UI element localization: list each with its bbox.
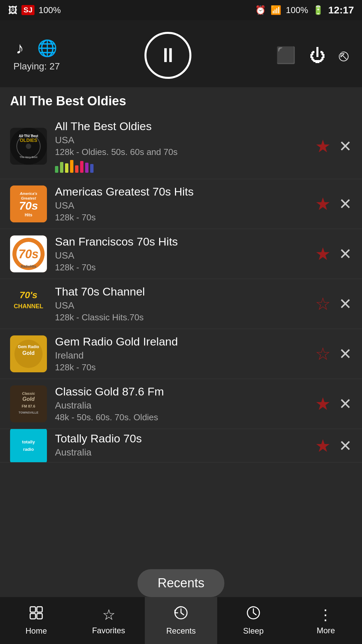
- svg-rect-31: [30, 607, 36, 612]
- share-icon[interactable]: ⎋: [339, 46, 349, 65]
- nav-recents[interactable]: Recents: [145, 597, 217, 644]
- nav-more[interactable]: ⋮ More: [290, 597, 362, 644]
- battery-percent: 100%: [286, 5, 308, 15]
- station-info: All The Best Oldies USA 128k - Oldies. 5…: [47, 120, 315, 173]
- home-icon: [29, 605, 44, 624]
- svg-text:Gold: Gold: [22, 396, 35, 402]
- svg-text:70's: 70's: [19, 290, 37, 300]
- app-icon: SJ: [21, 5, 35, 15]
- station-logo: Gem Radio Gold: [10, 335, 47, 372]
- nav-home[interactable]: Home: [0, 597, 72, 644]
- svg-text:totally: totally: [22, 439, 35, 444]
- svg-text:RadioHits: RadioHits: [21, 265, 37, 268]
- station-name: Gem Radio Gold Ireland: [55, 335, 307, 348]
- svg-text:OLDIES: OLDIES: [20, 138, 37, 143]
- station-info: San Franciscos 70s Hits USA 128k - 70s: [47, 235, 315, 273]
- station-info: Classic Gold 87.6 Fm Australia 48k - 50s…: [47, 385, 315, 423]
- station-logo: All The Best OLDIES The Very Best: [10, 128, 47, 165]
- station-country: Australia: [55, 400, 307, 411]
- station-name: Totally Radio 70s: [55, 432, 307, 445]
- station-name: That 70s Channel: [55, 285, 307, 298]
- station-item[interactable]: America's Greatest 70s Hits Americas Gre…: [0, 179, 362, 229]
- sleep-icon: [246, 605, 261, 624]
- stop-icon[interactable]: ⬛: [276, 46, 296, 65]
- globe-icon[interactable]: 🌐: [37, 39, 57, 58]
- player-header: ♪ 🌐 Playing: 27 ⏸ ⬛ ⏻ ⎋: [0, 20, 362, 87]
- favorite-button[interactable]: ☆: [315, 294, 331, 314]
- svg-text:Gold: Gold: [22, 350, 35, 356]
- pause-button[interactable]: ⏸: [144, 32, 191, 79]
- remove-button[interactable]: ✕: [339, 395, 352, 413]
- station-count: 100%: [39, 5, 61, 15]
- station-bitrate: 128k - Oldies. 50s. 60s and 70s: [55, 147, 307, 157]
- station-name: Americas Greatest 70s Hits: [55, 185, 307, 198]
- music-icon[interactable]: ♪: [16, 39, 24, 58]
- favorite-button[interactable]: ★: [315, 136, 331, 156]
- svg-text:America's: America's: [19, 192, 37, 196]
- station-logo: totally radio: [10, 429, 47, 463]
- station-name: San Franciscos 70s Hits: [55, 235, 307, 248]
- favorite-button[interactable]: ★: [315, 394, 331, 414]
- station-name: Classic Gold 87.6 Fm: [55, 385, 307, 398]
- svg-rect-28: [10, 429, 47, 463]
- remove-button[interactable]: ✕: [339, 295, 352, 313]
- favorite-button[interactable]: ☆: [315, 344, 331, 364]
- sleep-label: Sleep: [243, 626, 263, 636]
- station-bitrate: 48k - 50s. 60s. 70s. Oldies: [55, 412, 307, 423]
- nav-favorites[interactable]: ☆ Favorites: [72, 597, 145, 644]
- pause-icon: ⏸: [158, 45, 178, 65]
- remove-button[interactable]: ✕: [339, 345, 352, 363]
- station-item[interactable]: Gem Radio Gold Gem Radio Gold Ireland Ir…: [0, 329, 362, 379]
- home-label: Home: [25, 626, 47, 636]
- status-right: ⏰ 📶 100% 🔋 12:17: [255, 4, 354, 16]
- station-country: Ireland: [55, 350, 307, 361]
- station-logo: America's Greatest 70s Hits: [10, 185, 47, 222]
- bottom-nav: Home ☆ Favorites Recents Sleep ⋮ More: [0, 597, 362, 644]
- favorite-button[interactable]: ★: [315, 194, 331, 214]
- more-label: More: [317, 626, 335, 635]
- station-item[interactable]: totally radio Totally Radio 70s Australi…: [0, 429, 362, 463]
- favorites-icon: ☆: [102, 606, 115, 623]
- station-bitrate: 128k - Classic Hits.70s: [55, 312, 307, 323]
- station-item[interactable]: Classic Gold FM 87.6 TOWNSVILLE Classic …: [0, 379, 362, 429]
- player-right-controls: ⬛ ⏻ ⎋: [276, 46, 349, 65]
- svg-text:70s: 70s: [19, 199, 38, 212]
- recents-tooltip: Recents: [137, 569, 224, 597]
- station-info: Gem Radio Gold Ireland Ireland 128k - 70…: [47, 335, 315, 373]
- favorite-button[interactable]: ★: [315, 436, 331, 456]
- photo-icon: 🖼: [8, 5, 17, 16]
- station-country: USA: [55, 250, 307, 261]
- playing-label: Playing: 27: [13, 61, 60, 72]
- station-actions: ★ ✕: [315, 394, 352, 414]
- favorite-button[interactable]: ★: [315, 244, 331, 264]
- station-item[interactable]: 70s RadioHits San Franciscos 70s Hits US…: [0, 229, 362, 279]
- station-name: All The Best Oldies: [55, 120, 307, 133]
- nav-sleep[interactable]: Sleep: [217, 597, 290, 644]
- player-left-controls: ♪ 🌐 Playing: 27: [13, 39, 60, 72]
- station-bitrate: 128k - 70s: [55, 362, 307, 373]
- station-actions: ★ ✕: [315, 244, 352, 264]
- station-country: USA: [55, 200, 307, 211]
- svg-text:TOWNSVILLE: TOWNSVILLE: [19, 411, 39, 414]
- station-info: Totally Radio 70s Australia: [47, 432, 315, 459]
- station-logo: 70's CHANNEL: [10, 285, 47, 322]
- remove-button[interactable]: ✕: [339, 245, 352, 263]
- station-item[interactable]: All The Best OLDIES The Very Best All Th…: [0, 114, 362, 179]
- station-country: USA: [55, 300, 307, 311]
- station-item[interactable]: 70's CHANNEL That 70s Channel USA 128k -…: [0, 279, 362, 329]
- section-title: All The Best Oldies: [0, 87, 362, 114]
- remove-button[interactable]: ✕: [339, 137, 352, 155]
- remove-button[interactable]: ✕: [339, 195, 352, 213]
- remove-button[interactable]: ✕: [339, 437, 352, 455]
- svg-text:70s: 70s: [18, 247, 39, 261]
- svg-point-2: [26, 144, 31, 149]
- alarm-icon: ⏰: [255, 5, 266, 15]
- power-icon[interactable]: ⏻: [309, 46, 325, 65]
- svg-text:Gem Radio: Gem Radio: [18, 344, 39, 349]
- svg-text:CHANNEL: CHANNEL: [14, 303, 43, 310]
- svg-rect-32: [37, 607, 42, 612]
- svg-rect-23: [10, 385, 47, 422]
- station-logo: Classic Gold FM 87.6 TOWNSVILLE: [10, 385, 47, 422]
- station-actions: ★ ✕: [315, 436, 352, 456]
- battery-icon: 🔋: [313, 5, 323, 15]
